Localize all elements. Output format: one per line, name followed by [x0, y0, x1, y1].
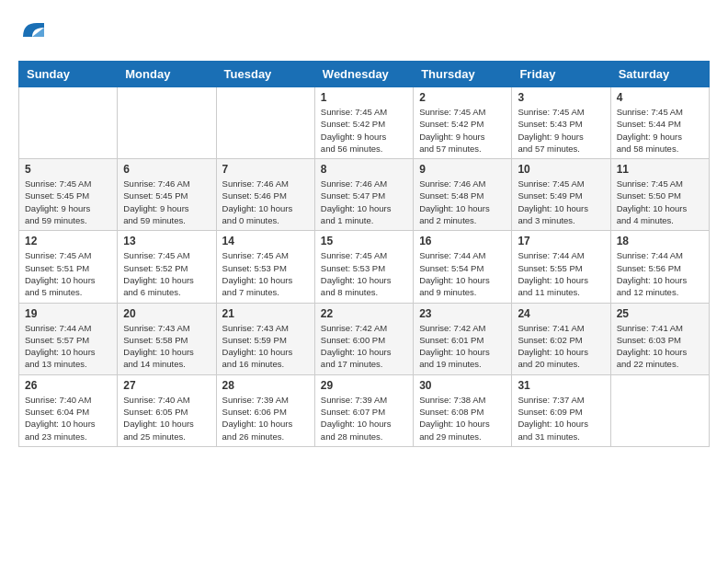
day-info: Sunrise: 7:45 AM Sunset: 5:53 PM Dayligh… [321, 249, 407, 298]
day-info: Sunrise: 7:45 AM Sunset: 5:43 PM Dayligh… [518, 106, 604, 155]
day-info: Sunrise: 7:43 AM Sunset: 5:58 PM Dayligh… [123, 322, 210, 371]
calendar-cell: 21Sunrise: 7:43 AM Sunset: 5:59 PM Dayli… [216, 303, 314, 374]
day-number: 17 [518, 235, 604, 247]
day-number: 22 [321, 307, 407, 320]
weekday-header: Thursday [414, 62, 512, 87]
day-info: Sunrise: 7:44 AM Sunset: 5:55 PM Dayligh… [518, 249, 604, 298]
calendar-cell: 4Sunrise: 7:45 AM Sunset: 5:44 PM Daylig… [610, 87, 709, 159]
day-info: Sunrise: 7:40 AM Sunset: 6:04 PM Dayligh… [25, 394, 111, 442]
calendar-cell [610, 374, 709, 446]
calendar-cell: 30Sunrise: 7:38 AM Sunset: 6:08 PM Dayli… [414, 374, 512, 446]
calendar-cell: 29Sunrise: 7:39 AM Sunset: 6:07 PM Dayli… [314, 374, 413, 446]
day-info: Sunrise: 7:45 AM Sunset: 5:52 PM Dayligh… [123, 249, 210, 298]
day-number: 7 [222, 163, 309, 176]
calendar-week-row: 5Sunrise: 7:45 AM Sunset: 5:45 PM Daylig… [19, 159, 710, 231]
calendar-cell: 27Sunrise: 7:40 AM Sunset: 6:05 PM Dayli… [118, 374, 216, 446]
calendar-cell: 18Sunrise: 7:44 AM Sunset: 5:56 PM Dayli… [610, 231, 709, 303]
calendar-week-row: 1Sunrise: 7:45 AM Sunset: 5:42 PM Daylig… [19, 87, 710, 159]
day-info: Sunrise: 7:39 AM Sunset: 6:06 PM Dayligh… [222, 394, 309, 442]
day-info: Sunrise: 7:44 AM Sunset: 5:54 PM Dayligh… [419, 249, 506, 298]
day-info: Sunrise: 7:45 AM Sunset: 5:50 PM Dayligh… [617, 178, 703, 226]
calendar-cell: 11Sunrise: 7:45 AM Sunset: 5:50 PM Dayli… [610, 159, 709, 231]
weekday-header: Sunday [19, 62, 118, 87]
day-number: 16 [419, 235, 506, 247]
day-info: Sunrise: 7:46 AM Sunset: 5:48 PM Dayligh… [419, 178, 506, 226]
day-info: Sunrise: 7:45 AM Sunset: 5:51 PM Dayligh… [25, 249, 111, 298]
day-number: 1 [321, 91, 407, 104]
calendar-cell: 22Sunrise: 7:42 AM Sunset: 6:00 PM Dayli… [314, 303, 413, 374]
weekday-header: Tuesday [216, 62, 314, 87]
calendar-cell: 6Sunrise: 7:46 AM Sunset: 5:45 PM Daylig… [118, 159, 216, 231]
day-number: 6 [123, 163, 210, 176]
day-number: 23 [419, 307, 506, 320]
calendar-cell: 14Sunrise: 7:45 AM Sunset: 5:53 PM Dayli… [216, 231, 314, 303]
day-number: 12 [25, 235, 111, 247]
weekday-header: Saturday [610, 62, 709, 87]
calendar-week-row: 26Sunrise: 7:40 AM Sunset: 6:04 PM Dayli… [19, 374, 710, 446]
day-info: Sunrise: 7:41 AM Sunset: 6:02 PM Dayligh… [518, 322, 604, 371]
day-number: 28 [222, 379, 309, 392]
day-number: 9 [419, 163, 506, 176]
day-info: Sunrise: 7:45 AM Sunset: 5:42 PM Dayligh… [419, 106, 506, 155]
calendar-cell: 20Sunrise: 7:43 AM Sunset: 5:58 PM Dayli… [118, 303, 216, 374]
day-number: 18 [617, 235, 703, 247]
day-number: 24 [518, 307, 604, 320]
calendar-cell: 7Sunrise: 7:46 AM Sunset: 5:46 PM Daylig… [216, 159, 314, 231]
weekday-header-row: SundayMondayTuesdayWednesdayThursdayFrid… [19, 62, 710, 87]
weekday-header: Friday [512, 62, 610, 87]
day-info: Sunrise: 7:45 AM Sunset: 5:53 PM Dayligh… [222, 249, 309, 298]
day-number: 21 [222, 307, 309, 320]
calendar-cell: 19Sunrise: 7:44 AM Sunset: 5:57 PM Dayli… [19, 303, 118, 374]
calendar-cell: 9Sunrise: 7:46 AM Sunset: 5:48 PM Daylig… [414, 159, 512, 231]
day-number: 11 [617, 163, 703, 176]
calendar-cell: 10Sunrise: 7:45 AM Sunset: 5:49 PM Dayli… [512, 159, 610, 231]
day-number: 25 [617, 307, 703, 320]
calendar-cell: 24Sunrise: 7:41 AM Sunset: 6:02 PM Dayli… [512, 303, 610, 374]
day-number: 10 [518, 163, 604, 176]
calendar-cell: 15Sunrise: 7:45 AM Sunset: 5:53 PM Dayli… [314, 231, 413, 303]
calendar-week-row: 12Sunrise: 7:45 AM Sunset: 5:51 PM Dayli… [19, 231, 710, 303]
day-number: 15 [321, 235, 407, 247]
calendar-cell: 5Sunrise: 7:45 AM Sunset: 5:45 PM Daylig… [19, 159, 118, 231]
day-info: Sunrise: 7:46 AM Sunset: 5:46 PM Dayligh… [222, 178, 309, 226]
calendar-cell [118, 87, 216, 159]
calendar-week-row: 19Sunrise: 7:44 AM Sunset: 5:57 PM Dayli… [19, 303, 710, 374]
day-number: 31 [518, 379, 604, 392]
day-number: 29 [321, 379, 407, 392]
day-info: Sunrise: 7:43 AM Sunset: 5:59 PM Dayligh… [222, 322, 309, 371]
calendar-cell: 13Sunrise: 7:45 AM Sunset: 5:52 PM Dayli… [118, 231, 216, 303]
calendar-cell: 28Sunrise: 7:39 AM Sunset: 6:06 PM Dayli… [216, 374, 314, 446]
calendar-cell: 16Sunrise: 7:44 AM Sunset: 5:54 PM Dayli… [414, 231, 512, 303]
calendar-cell: 31Sunrise: 7:37 AM Sunset: 6:09 PM Dayli… [512, 374, 610, 446]
calendar-cell: 12Sunrise: 7:45 AM Sunset: 5:51 PM Dayli… [19, 231, 118, 303]
day-info: Sunrise: 7:40 AM Sunset: 6:05 PM Dayligh… [123, 394, 210, 442]
day-info: Sunrise: 7:38 AM Sunset: 6:08 PM Dayligh… [419, 394, 506, 442]
calendar-table: SundayMondayTuesdayWednesdayThursdayFrid… [18, 61, 710, 447]
day-info: Sunrise: 7:41 AM Sunset: 6:03 PM Dayligh… [617, 322, 703, 371]
logo [18, 18, 50, 46]
day-number: 13 [123, 235, 210, 247]
day-number: 4 [617, 91, 703, 104]
calendar-cell: 23Sunrise: 7:42 AM Sunset: 6:01 PM Dayli… [414, 303, 512, 374]
logo-icon [18, 18, 46, 46]
day-info: Sunrise: 7:42 AM Sunset: 6:00 PM Dayligh… [321, 322, 407, 371]
day-info: Sunrise: 7:44 AM Sunset: 5:57 PM Dayligh… [25, 322, 111, 371]
weekday-header: Wednesday [314, 62, 413, 87]
calendar-cell: 1Sunrise: 7:45 AM Sunset: 5:42 PM Daylig… [314, 87, 413, 159]
day-info: Sunrise: 7:42 AM Sunset: 6:01 PM Dayligh… [419, 322, 506, 371]
calendar-cell: 17Sunrise: 7:44 AM Sunset: 5:55 PM Dayli… [512, 231, 610, 303]
day-info: Sunrise: 7:44 AM Sunset: 5:56 PM Dayligh… [617, 249, 703, 298]
day-info: Sunrise: 7:39 AM Sunset: 6:07 PM Dayligh… [321, 394, 407, 442]
calendar-cell: 2Sunrise: 7:45 AM Sunset: 5:42 PM Daylig… [414, 87, 512, 159]
day-info: Sunrise: 7:46 AM Sunset: 5:45 PM Dayligh… [123, 178, 210, 226]
calendar-cell: 26Sunrise: 7:40 AM Sunset: 6:04 PM Dayli… [19, 374, 118, 446]
day-number: 19 [25, 307, 111, 320]
day-info: Sunrise: 7:45 AM Sunset: 5:45 PM Dayligh… [25, 178, 111, 226]
calendar-cell: 8Sunrise: 7:46 AM Sunset: 5:47 PM Daylig… [314, 159, 413, 231]
day-number: 20 [123, 307, 210, 320]
day-info: Sunrise: 7:46 AM Sunset: 5:47 PM Dayligh… [321, 178, 407, 226]
day-info: Sunrise: 7:45 AM Sunset: 5:49 PM Dayligh… [518, 178, 604, 226]
day-number: 30 [419, 379, 506, 392]
weekday-header: Monday [118, 62, 216, 87]
day-info: Sunrise: 7:45 AM Sunset: 5:44 PM Dayligh… [617, 106, 703, 155]
